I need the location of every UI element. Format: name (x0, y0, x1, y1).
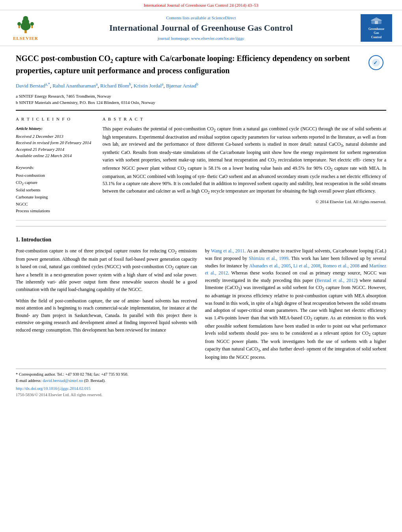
keyword-ngcc: NGCC (16, 201, 95, 208)
svg-rect-4 (19, 25, 20, 28)
affiliations: a SINTEF Energy Research, 7465 Trondheim… (16, 93, 363, 106)
paper-title-section: NGCC post-combustion CO2 capture with Ca… (16, 46, 386, 110)
email-line: E-mail address: david.berstad@sintef.no … (16, 378, 386, 384)
author-arstad: Bjørnar Arstad (166, 83, 196, 89)
affiliation-a: a SINTEF Energy Research, 7465 Trondheim… (16, 93, 363, 100)
greenhouse-logo-icon (370, 17, 382, 24)
abstract-column: A B S T R A C T This paper evaluates the… (102, 116, 386, 215)
keyword-process-simulations: Process simulations (16, 208, 95, 215)
abstract-header: A B S T R A C T (102, 116, 386, 122)
keyword-post-combustion: Post-combustion (16, 172, 95, 179)
ref-romeo-2008[interactable]: Romeo et al., 2008 (323, 263, 360, 269)
svg-point-3 (23, 16, 28, 21)
article-info-abstract-section: A R T I C L E I N F O Article history: R… (16, 111, 386, 221)
elsevier-tree-icon (14, 15, 37, 34)
greenhouse-logo-text: Greenhouse Gas Control (363, 27, 390, 39)
section-divider (16, 226, 386, 226)
sciencedirect-link[interactable]: ScienceDirect (212, 15, 236, 20)
elsevier-name: ELSEVIER (13, 35, 38, 41)
journal-homepage-line: journal homepage: www.elsevier.com/locat… (158, 35, 244, 41)
corresponding-author-note: * Corresponding author. Tel.: +47 930 02… (16, 371, 386, 378)
author-anantharaman: Rahul Anantharaman (52, 83, 96, 89)
author-jordal: Kristin Jordal (134, 83, 162, 89)
introduction-section: 1. Introduction Post-combustion capture … (16, 232, 386, 365)
accepted-date: Accepted 25 February 2014 (16, 146, 95, 153)
svg-rect-6 (32, 25, 33, 28)
intro-para-1: Post-combustion capture is one of three … (16, 247, 197, 293)
journal-citation-text: International Journal of Greenhouse Gas … (144, 3, 259, 7)
intro-body: Post-combustion capture is one of three … (16, 247, 386, 365)
journal-citation-bar: International Journal of Greenhouse Gas … (0, 0, 402, 10)
author-berstad: David Berstad (16, 83, 45, 89)
paper-title: NGCC post-combustion CO2 capture with Ca… (16, 53, 363, 76)
author-email[interactable]: david.berstad@sintef.no (43, 378, 83, 383)
keyword-solid-sorbents: Solid sorbents (16, 187, 95, 194)
available-date: Available online 22 March 2014 (16, 152, 95, 159)
svg-marker-9 (370, 17, 382, 20)
svg-rect-10 (375, 21, 378, 24)
ref-abanades-2005[interactable]: Abanades et al., 2005 (249, 263, 290, 269)
svg-point-5 (17, 22, 21, 26)
ref-shimizu-1999[interactable]: Shimizu et al., 1999 (249, 256, 288, 261)
history-label: Article history: (16, 125, 95, 132)
svg-point-7 (30, 22, 34, 26)
issn-line: 1750-5836/© 2014 Elsevier Ltd. All right… (16, 392, 386, 398)
intro-col-left: Post-combustion capture is one of three … (16, 247, 197, 365)
abstract-text: This paper evaluates the potential of po… (102, 125, 386, 196)
header-center: Contents lists available at ScienceDirec… (47, 14, 355, 42)
intro-para-3: by Wang et al., 2011. As an alternative … (205, 247, 386, 361)
article-content: NGCC post-combustion CO2 capture with Ca… (0, 46, 402, 398)
journal-title: International Journal of Greenhouse Gas … (109, 22, 293, 34)
crossmark-badge: ✓ (368, 53, 386, 70)
keywords-list: Post-combustion CO2 capture Solid sorben… (16, 172, 95, 215)
article-history: Article history: Received 2 December 201… (16, 125, 95, 159)
svg-text:✓: ✓ (373, 60, 378, 66)
greenhouse-gas-control-logo: Greenhouse Gas Control (359, 14, 394, 42)
journal-url[interactable]: www.elsevier.com/locate/ijggc (191, 36, 245, 41)
crossmark-svg: ✓ (371, 58, 381, 67)
author-blom: Richard Blom (100, 83, 129, 89)
keyword-co2-capture: CO2 capture (16, 179, 95, 187)
paper-title-text: NGCC post-combustion CO2 capture with Ca… (16, 53, 363, 106)
intro-para-2: Within the field of post-combustion capt… (16, 297, 197, 334)
intro-section-title: 1. Introduction (16, 236, 386, 244)
ref-berstad-2012[interactable]: Berstad et al., 2012 (316, 278, 356, 283)
contents-available-line: Contents lists available at ScienceDirec… (166, 15, 236, 21)
keyword-carbonate-looping: Carbonate looping (16, 194, 95, 201)
copyright-line: © 2014 Elsevier Ltd. All rights reserved… (102, 199, 386, 205)
received-date: Received 2 December 2013 (16, 133, 95, 140)
authors-line: David Berstada,*, Rahul Anantharamana, R… (16, 82, 363, 90)
elsevier-logo: ELSEVIER (8, 14, 43, 42)
journal-header: ELSEVIER Contents lists available at Sci… (0, 10, 402, 46)
article-info-header: A R T I C L E I N F O (16, 116, 95, 122)
footnote-area: * Corresponding author. Tel.: +47 930 02… (16, 369, 386, 398)
doi-line[interactable]: http://dx.doi.org/10.1016/j.ijggc.2014.0… (16, 386, 386, 392)
ref-wang-2011[interactable]: Wang et al., 2011 (211, 248, 244, 254)
received-revised-date: Received in revised form 20 February 201… (16, 139, 95, 146)
crossmark-icon: ✓ (368, 55, 383, 70)
intro-col-right: by Wang et al., 2011. As an alternative … (205, 247, 386, 365)
ref-li-2008[interactable]: Li et al., 2008 (293, 263, 320, 269)
article-info-column: A R T I C L E I N F O Article history: R… (16, 116, 95, 215)
affiliation-b: b SINTEF Materials and Chemistry, P.O. B… (16, 99, 363, 106)
keywords-label: Keywords: (16, 165, 95, 171)
greenhouse-logo-box: Greenhouse Gas Control (361, 14, 392, 42)
